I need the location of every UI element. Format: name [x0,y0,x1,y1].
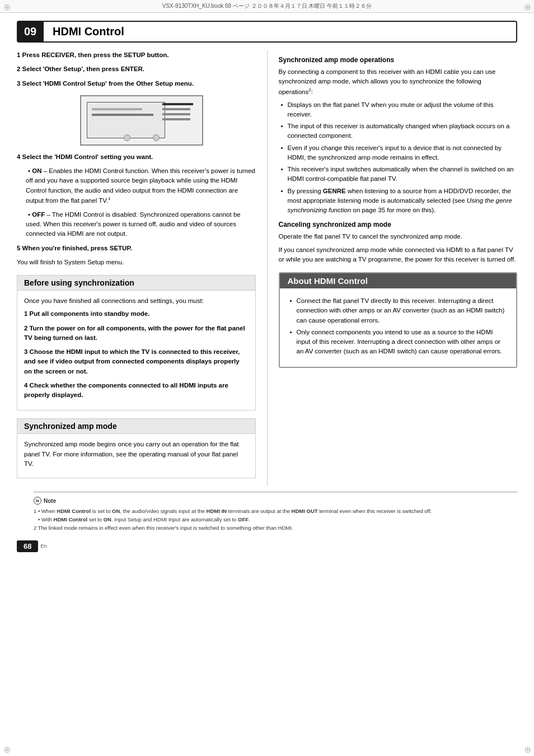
cancel-sync-header: Canceling synchronized amp mode [279,221,518,228]
page-wrapper: VSX-9130TXH_KU.book 68 ページ ２００８年４月１７日 木曜… [0,0,534,756]
sync-step-1: 1 Put all components into standby mode. [24,309,249,319]
step-3-text: Select 'HDMI Control Setup' from the Oth… [22,80,194,87]
header-row: 09 HDMI Control [17,21,517,43]
file-info-bar: VSX-9130TXH_KU.book 68 ページ ２００８年４月１７日 木曜… [0,0,534,13]
corner-mark-bl [1,744,12,755]
sync-ops-header: Synchronized amp mode operations [279,56,518,64]
step-3-number: 3 [17,80,20,87]
page-number-area: 68 En [17,540,534,552]
file-info-text: VSX-9130TXH_KU.book 68 ページ ２００８年４月１７日 木曜… [162,3,372,9]
tv-screen [87,102,165,138]
step-5: 5 When you're finished, press SETUP. [17,244,256,253]
left-column: 1 Press RECEIVER, then press the SETUP b… [17,50,268,486]
tv-bottom-icons [124,134,160,141]
about-hdmi-bullet-2: Only connect components you intend to us… [288,328,509,357]
sync-amp-header: Synchronized amp mode [17,419,255,434]
step-4-bullet-off: • OFF – The HDMI Control is disabled. Sy… [26,210,256,239]
sync-step-4: 4 Check whether the components connected… [24,381,249,400]
sync-ops-bullet-4: This receiver's input switches automatic… [279,165,518,184]
step-2-text: Select 'Other Setup', then press ENTER. [22,66,144,72]
page-number-box: 68 [17,540,38,552]
about-hdmi-bullets: Connect the flat panel TV directly to th… [288,296,509,357]
menu-line-2 [162,108,190,110]
step-4: 4 Select the 'HDMI Control' setting you … [17,152,256,162]
menu-line-3 [162,113,190,115]
before-sync-intro: Once you have finished all connections a… [24,296,249,306]
note-label: N Note [34,497,517,505]
sync-ops-bullet-1: Displays on the flat panel TV when you m… [279,100,518,120]
sync-amp-body: Synchronized amp mode begins once you ca… [17,434,255,478]
before-sync-header: Before using synchronization [17,276,255,291]
sync-step-3: 3 Choose the HDMI input to which the TV … [24,347,249,376]
before-sync-body: Once you have finished all connections a… [17,291,255,410]
tv-icon-right [153,134,160,141]
about-hdmi-box: About HDMI Control Connect the flat pane… [279,272,518,368]
tv-mockup-container [28,95,256,146]
cancel-sync-text2: If you cancel synchronized amp mode whil… [279,245,518,265]
right-column: Synchronized amp mode operations By conn… [268,50,518,486]
step-5-text: When you're finished, press SETUP. [22,245,132,251]
step-4-bullets: • ON – Enables the HDMI Control function… [26,166,256,239]
step-5-number: 5 [17,245,20,251]
header-title-box: HDMI Control [44,21,517,43]
step-1: 1 Press RECEIVER, then press the SETUP b… [17,50,256,60]
corner-mark-br [522,744,533,755]
step-1-number: 1 [17,52,20,58]
corner-mark-tl [1,1,12,12]
note-icon: N [34,497,41,505]
step-4-bullet-on: • ON – Enables the HDMI Control function… [26,166,256,206]
note-2: 2 The linked mode remains in effect even… [34,524,517,532]
screen-line-1 [92,108,142,110]
cancel-sync-text1: Operate the flat panel TV to cancel the … [279,232,518,241]
sync-ops-bullet-2: The input of this receiver is automatica… [279,122,518,141]
sync-ops-bullet-3: Even if you change this receiver's input… [279,143,518,163]
about-hdmi-body: Connect the flat panel TV directly to th… [280,288,517,367]
sync-ops-bullets: Displays on the flat panel TV when you m… [279,100,518,216]
about-hdmi-header: About HDMI Control [280,273,517,288]
page-title: HDMI Control [53,25,124,38]
chapter-number: 09 [17,21,44,43]
sync-step-2: 2 Turn the power on for all components, … [24,324,249,343]
main-content: 1 Press RECEIVER, then press the SETUP b… [17,50,517,486]
note-1: 1 • When HDMI Control is set to ON, the … [34,507,517,515]
menu-line-4 [162,118,190,120]
sync-ops-intro: By connecting a component to this receiv… [279,67,518,97]
step-2: 2 Select 'Other Setup', then press ENTER… [17,64,256,74]
about-hdmi-bullet-1: Connect the flat panel TV directly to th… [288,296,509,325]
corner-mark-tr [522,1,533,12]
step-3: 3 Select 'HDMI Control Setup' from the O… [17,79,256,88]
sync-ops-bullet-5: By pressing GENRE when listening to a so… [279,186,518,216]
step-2-number: 2 [17,66,20,72]
step-4-number: 4 [17,153,20,160]
footer-notes: N Note 1 • When HDMI Control is set to O… [34,492,517,537]
screen-line-2 [92,114,153,116]
sync-amp-intro: Synchronized amp mode begins once you ca… [24,440,249,469]
tv-mockup [80,95,203,146]
menu-line-1 [162,103,193,105]
note-1b: • With HDMI Control set to ON. Input Set… [34,515,517,524]
tv-menu-lines [162,103,193,120]
page-lang: En [40,543,46,549]
sync-amp-section: Synchronized amp mode Synchronized amp m… [17,418,256,478]
before-sync-section: Before using synchronization Once you ha… [17,275,256,410]
step-1-text: Press RECEIVER, then press the SETUP but… [22,52,169,58]
step-4-text: Select the 'HDMI Control' setting you wa… [22,153,153,160]
tv-icon-left [124,134,130,141]
step-5-sub: You will finish to System Setup menu. [17,258,256,267]
